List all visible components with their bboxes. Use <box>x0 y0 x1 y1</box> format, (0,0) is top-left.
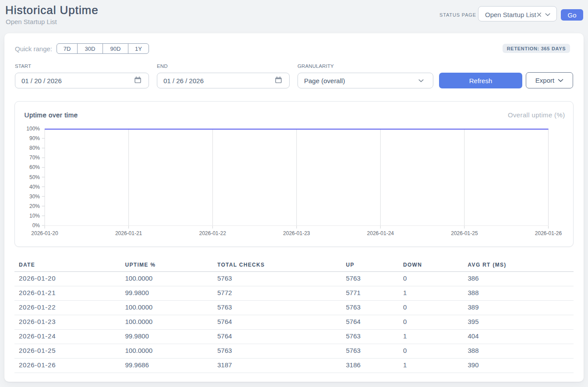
svg-text:2026-01-24: 2026-01-24 <box>367 230 394 236</box>
svg-text:2026-01-21: 2026-01-21 <box>115 230 142 236</box>
svg-text:50%: 50% <box>29 174 40 180</box>
svg-text:100%: 100% <box>26 126 40 132</box>
svg-text:2026-01-25: 2026-01-25 <box>451 230 478 236</box>
svg-text:2026-01-23: 2026-01-23 <box>283 230 310 236</box>
svg-text:2026-01-20: 2026-01-20 <box>31 230 58 236</box>
svg-text:30%: 30% <box>29 194 40 200</box>
svg-text:10%: 10% <box>29 213 40 219</box>
svg-text:70%: 70% <box>29 155 40 161</box>
svg-text:90%: 90% <box>29 135 40 141</box>
svg-text:60%: 60% <box>29 164 40 170</box>
svg-text:40%: 40% <box>29 184 40 190</box>
svg-text:20%: 20% <box>29 203 40 209</box>
svg-text:2026-01-22: 2026-01-22 <box>199 230 227 236</box>
svg-text:80%: 80% <box>29 145 40 151</box>
svg-text:2026-01-26: 2026-01-26 <box>535 230 562 236</box>
svg-text:0%: 0% <box>32 222 40 229</box>
